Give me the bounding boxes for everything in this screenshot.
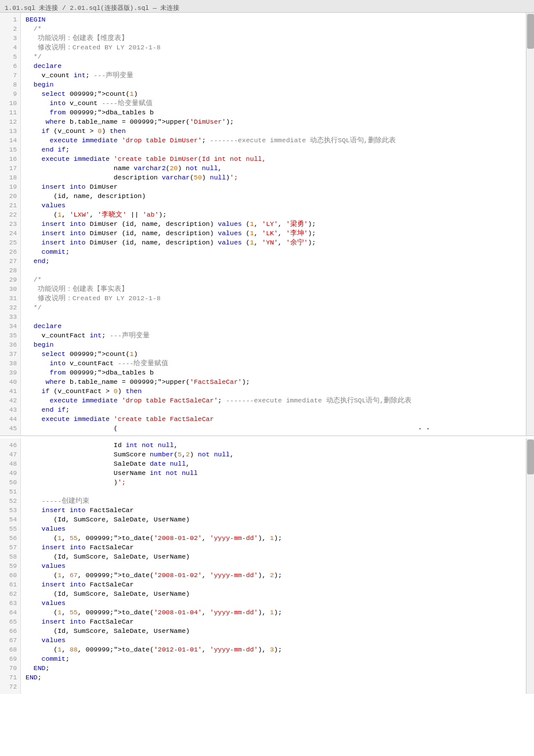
code-line: execute immediate 'drop table DimUser'; … [26,136,529,145]
code-line: commit; [26,247,529,257]
line-number: 12 [5,117,17,127]
line-number: 50 [5,478,17,487]
line-number: 69 [5,654,17,664]
line-number: 34 [5,322,17,331]
scrollbar-top[interactable] [526,13,534,435]
line-number: 32 [5,303,17,312]
line-number: 30 [5,285,17,294]
line-number: 14 [5,136,17,145]
line-number: 56 [5,534,17,543]
code-line: v_countFact int; ---声明变量 [26,331,529,340]
line-number: 65 [5,617,17,627]
code-line: (Id, SumScore, SaleDate, UserName) [26,627,529,636]
line-number: 15 [5,145,17,154]
line-number: 58 [5,552,17,561]
line-number: 64 [5,608,17,617]
code-line: end if; [26,405,529,415]
line-number: 4 [5,43,17,52]
code-line: declare [26,322,529,331]
code-line: )'; [26,478,529,487]
code-line: end if; [26,145,529,154]
line-number: 54 [5,515,17,524]
code-section-top: 1234567891011121314151617181920212223242… [0,13,534,435]
code-text-top[interactable]: BEGIN /* 功能说明：创建表【维度表】 修改说明：Created BY L… [21,13,534,435]
line-number: 2 [5,24,17,34]
code-line: (Id, SumScore, SaleDate, UserName) [26,552,529,561]
code-line: execute immediate 'create table DimUser(… [26,154,529,164]
code-line [26,487,529,496]
line-number: 42 [5,396,17,405]
line-number: 38 [5,359,17,368]
line-number: 6 [5,62,17,71]
line-number: 55 [5,524,17,534]
code-line: declare [26,62,529,71]
line-number: 26 [5,247,17,257]
line-number: 8 [5,80,17,89]
code-line: execute immediate 'create table FactSale… [26,415,529,424]
code-line: -----创建约束 [26,496,529,506]
code-line: insert into FactSaleCar [26,580,529,589]
code-line: insert into FactSaleCar [26,617,529,627]
code-line: 功能说明：创建表【维度表】 [26,34,529,43]
code-line: v_count int; ---声明变量 [26,71,529,80]
line-number: 1 [5,15,17,24]
code-line: name varchar2(20) not null, [26,164,529,173]
code-line: */ [26,52,529,62]
line-number: 51 [5,487,17,496]
code-line: (id, name, description) [26,192,529,201]
code-line: if (v_countFact > 0) then [26,387,529,396]
code-line: values [26,599,529,608]
tab-label: 1.01.sql 未连接 / 2.01.sql(连接器版).sql — 未连接 [5,3,179,12]
line-number: 45 [5,424,17,433]
line-number: 61 [5,580,17,589]
code-line: 修改说明：Created BY LY 2012-1-8 [26,43,529,52]
scrollbar-bottom[interactable] [526,438,534,694]
line-numbers-bottom: 4647484950515253545556575859606162636465… [0,438,21,694]
code-line: end; [26,257,529,266]
code-line: SumScore number(5,2) not null, [26,450,529,459]
code-line: (1, 55, 009999;">to_date('2008-01-02', '… [26,534,529,543]
code-line: values [26,201,529,210]
line-number: 29 [5,275,17,285]
line-number: 40 [5,377,17,387]
code-line: if (v_count > 0) then [26,127,529,136]
code-line: 修改说明：Created BY LY 2012-1-8 [26,294,529,303]
scrollbar-thumb-bottom[interactable] [527,440,534,474]
line-number: 3 [5,34,17,43]
line-number: 21 [5,201,17,210]
line-number: 11 [5,108,17,117]
code-line: /* [26,24,529,34]
line-number: 60 [5,571,17,580]
line-number: 27 [5,257,17,266]
code-text-bottom[interactable]: Id int not null, SumScore number(5,2) no… [21,438,534,694]
code-line [26,682,529,692]
line-number: 23 [5,219,17,229]
code-line: END; [26,673,529,682]
line-number: 19 [5,182,17,192]
line-number: 59 [5,561,17,571]
code-line: (Id, SumScore, SaleDate, UserName) [26,515,529,524]
line-number: 31 [5,294,17,303]
code-line: values [26,636,529,645]
line-number: 13 [5,127,17,136]
line-number: 5 [5,52,17,62]
line-number: 25 [5,238,17,247]
code-line: insert into DimUser (id, name, descripti… [26,229,529,238]
code-line: values [26,561,529,571]
code-line: begin [26,340,529,350]
code-line: Id int not null, [26,441,529,450]
section-divider [0,435,534,436]
line-number: 41 [5,387,17,396]
code-line: insert into DimUser (id, name, descripti… [26,219,529,229]
code-line: begin [26,80,529,89]
scrollbar-thumb-top[interactable] [527,14,534,49]
code-line: where b.table_name = 009999;">upper('Fac… [26,377,529,387]
code-line: /* [26,275,529,285]
line-number: 70 [5,664,17,673]
tab-bar[interactable]: 1.01.sql 未连接 / 2.01.sql(连接器版).sql — 未连接 [0,0,534,13]
line-number: 66 [5,627,17,636]
line-number: 22 [5,210,17,219]
code-line [26,312,529,322]
line-number: 33 [5,312,17,322]
code-line: values [26,524,529,534]
